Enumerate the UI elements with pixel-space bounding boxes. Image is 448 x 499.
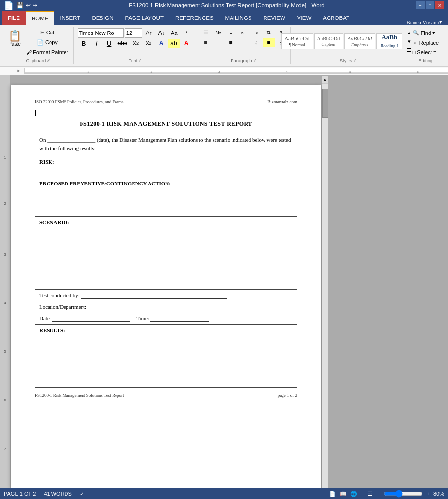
- tab-mailings[interactable]: MAILINGS: [219, 11, 258, 25]
- text-effects-button[interactable]: A: [155, 39, 167, 48]
- close-button[interactable]: ✕: [435, 1, 444, 9]
- ribbon-toolbar: 📋 Paste ✂ Cut 📄 Copy 🖌 Format Painter Cl…: [0, 25, 448, 67]
- page: ISO 22000 FSMS Policies, Procedures, and…: [11, 85, 321, 488]
- page-header: ISO 22000 FSMS Policies, Procedures, and…: [35, 100, 297, 104]
- test-conducted-field: [81, 292, 227, 299]
- font-shrink-button[interactable]: A↓: [156, 29, 167, 37]
- word-count: 41 WORDS: [44, 491, 71, 497]
- tab-file[interactable]: FILE: [2, 11, 26, 25]
- clipboard-expand-icon[interactable]: ⤢: [47, 58, 50, 63]
- font-name-input[interactable]: [78, 28, 124, 38]
- scroll-thumb[interactable]: [322, 89, 328, 118]
- bold-button[interactable]: B: [78, 39, 90, 48]
- numbering-button[interactable]: №: [213, 28, 224, 37]
- minimize-button[interactable]: −: [416, 1, 425, 9]
- underline-button[interactable]: U: [103, 39, 115, 48]
- paste-button[interactable]: 📋 Paste: [6, 28, 23, 49]
- align-left-button[interactable]: ≡: [200, 38, 212, 47]
- cut-button[interactable]: ✂ Cut: [24, 29, 70, 37]
- svg-text:1: 1: [87, 70, 89, 74]
- title-row: FS1200-1 RISK MANAGEMENT SOLUTIONS TEST …: [35, 116, 297, 132]
- ruler-bar: 1 2 3 4 5 6: [24, 68, 448, 74]
- scenario-row: SCENARIO:: [35, 217, 297, 290]
- clipboard-group: 📋 Paste ✂ Cut 📄 Copy 🖌 Format Painter Cl…: [3, 27, 74, 64]
- styles-expand-icon[interactable]: ⤢: [353, 58, 357, 63]
- scroll-up-button[interactable]: ▴: [322, 75, 329, 83]
- paragraph-expand-icon[interactable]: ⤢: [253, 58, 257, 63]
- style-heading1[interactable]: AaBbHeading 1: [376, 33, 402, 49]
- line-spacing-button[interactable]: ↕: [250, 38, 262, 47]
- user-area[interactable]: Bianca Viviano ▾: [406, 19, 446, 25]
- intro-text: On __________________ (date), the Disast…: [35, 132, 297, 156]
- view-draft-icon[interactable]: ☲: [368, 491, 373, 497]
- select-button[interactable]: □ Select =: [409, 48, 442, 57]
- style-emphasis[interactable]: AaBbCcDdEmphasis: [344, 33, 375, 49]
- view-web-icon[interactable]: 🌐: [350, 491, 357, 497]
- footer-right: page 1 of 2: [278, 393, 297, 398]
- tab-design[interactable]: DESIGN: [86, 11, 119, 25]
- page-count: PAGE 1 OF 2: [4, 491, 36, 497]
- quick-access: 💾 ↩ ↪: [17, 2, 37, 9]
- location-field: [88, 304, 233, 310]
- header-left: ISO 22000 FSMS Policies, Procedures, and…: [35, 100, 124, 104]
- shading-button[interactable]: ■: [263, 38, 275, 47]
- bullets-button[interactable]: ☰: [200, 28, 212, 37]
- increase-indent-button[interactable]: ⇥: [250, 28, 262, 37]
- select-icon: □: [413, 50, 416, 55]
- scrollbar: ▴ ▾: [321, 75, 328, 498]
- tab-references[interactable]: REFERENCES: [169, 11, 219, 25]
- ribbon-tabs: FILE HOME INSERT DESIGN PAGE LAYOUT REFE…: [0, 11, 448, 25]
- window-title: FS1200-1 Risk Management Solutions Test …: [37, 2, 416, 8]
- status-bar: PAGE 1 OF 2 41 WORDS ✓ 📄 📖 🌐 ≡ ☲ − + 80%: [0, 488, 448, 499]
- zoom-in-button[interactable]: +: [427, 491, 430, 497]
- align-right-button[interactable]: ≢: [225, 38, 237, 47]
- horizontal-ruler: ► 1 2 3 4 5 6: [0, 67, 448, 75]
- test-conducted-row: Test conducted by:: [35, 290, 297, 301]
- view-full-read-icon[interactable]: 📖: [340, 491, 347, 497]
- tab-home[interactable]: HOME: [26, 11, 54, 25]
- font-grow-button[interactable]: A↑: [143, 29, 155, 37]
- proofing-icon[interactable]: ✓: [80, 491, 84, 497]
- tab-acrobat[interactable]: ACROBAT: [317, 11, 355, 25]
- format-painter-button[interactable]: 🖌 Format Painter: [24, 48, 70, 57]
- zoom-out-button[interactable]: −: [377, 491, 380, 497]
- superscript-button[interactable]: X2: [143, 39, 154, 48]
- page-footer: FS1200-1 Risk Management Solutions Test …: [35, 393, 297, 398]
- subscript-button[interactable]: X2: [130, 39, 142, 48]
- find-button[interactable]: 🔍 Find ▾: [409, 28, 442, 37]
- strikethrough-button[interactable]: abc: [116, 39, 129, 48]
- results-label: RESULTS:: [39, 327, 65, 333]
- zoom-slider[interactable]: [384, 492, 423, 496]
- view-print-icon[interactable]: 📄: [329, 491, 336, 497]
- style-caption[interactable]: AaBbCcDdCaption: [314, 33, 344, 49]
- zoom-level: 80%: [433, 491, 444, 497]
- tab-page-layout[interactable]: PAGE LAYOUT: [119, 11, 169, 25]
- font-expand-icon[interactable]: ⤢: [138, 58, 142, 63]
- highlight-button[interactable]: ab: [168, 39, 180, 48]
- scroll-track: [322, 84, 328, 489]
- clear-formatting-button[interactable]: *: [181, 29, 193, 37]
- svg-text:5: 5: [349, 70, 351, 74]
- font-color-button[interactable]: A: [181, 39, 192, 48]
- svg-text:4: 4: [286, 70, 288, 74]
- style-normal[interactable]: AaBbCcDd¶ Normal: [281, 33, 313, 49]
- italic-button[interactable]: I: [91, 39, 102, 48]
- align-center-button[interactable]: ≣: [213, 38, 224, 47]
- change-case-button[interactable]: Aa: [168, 29, 180, 37]
- header-right: Bizmanualz.com: [267, 100, 297, 104]
- tab-view[interactable]: VIEW: [291, 11, 317, 25]
- multilevel-list-button[interactable]: ≡: [225, 28, 237, 37]
- tab-review[interactable]: REVIEW: [258, 11, 291, 25]
- decrease-indent-button[interactable]: ⇤: [238, 28, 249, 37]
- results-row: RESULTS:: [35, 325, 297, 388]
- tab-insert[interactable]: INSERT: [54, 11, 86, 25]
- sort-button[interactable]: ⇅: [263, 28, 275, 37]
- find-icon: 🔍: [413, 30, 419, 36]
- view-outline-icon[interactable]: ≡: [361, 491, 364, 497]
- copy-button[interactable]: 📄 Copy: [24, 38, 70, 47]
- font-size-input[interactable]: [125, 28, 142, 38]
- maximize-button[interactable]: □: [426, 1, 434, 9]
- justify-button[interactable]: ═: [238, 38, 249, 47]
- svg-text:6: 6: [417, 70, 419, 74]
- replace-button[interactable]: ↔ Replace: [409, 38, 442, 47]
